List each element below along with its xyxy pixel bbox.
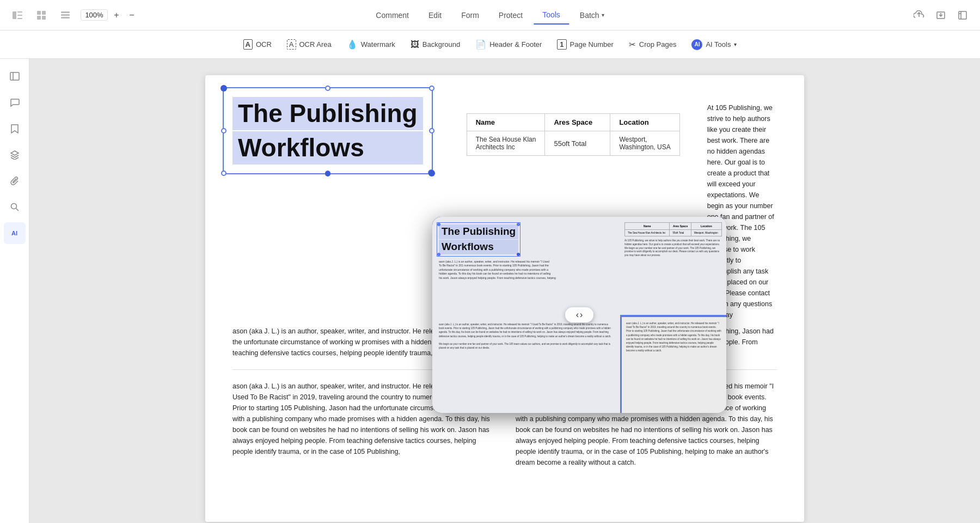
crop-icon: ✂ <box>629 40 636 50</box>
nav-prev-icon: ‹ <box>576 310 579 320</box>
table-cell-space: 55oft Total <box>545 131 610 156</box>
svg-rect-5 <box>42 11 46 15</box>
svg-rect-10 <box>61 17 70 19</box>
secondary-toolbar: A OCR A OCR Area 💧 Watermark 🖼 Backgroun… <box>0 31 980 59</box>
svg-rect-2 <box>17 15 22 16</box>
nav-batch[interactable]: Batch ▾ <box>571 7 613 24</box>
header-footer-tool-btn[interactable]: 📄 Header & Footer <box>469 36 548 53</box>
svg-rect-0 <box>13 11 16 19</box>
title-line1: The Publishing <box>232 97 423 130</box>
ai-tools-chevron-icon: ▾ <box>734 41 737 47</box>
zoom-value[interactable]: 100% <box>81 9 108 21</box>
sidebar-toggle-btn[interactable] <box>9 7 26 24</box>
sidebar-layers-btn[interactable] <box>4 144 26 166</box>
top-bar-left: 100% + − <box>9 7 138 24</box>
top-bar-right <box>910 7 971 24</box>
main-nav: Comment Edit Form Protect Tools Batch ▾ <box>367 6 612 25</box>
zoom-control: 100% + − <box>81 9 138 22</box>
info-table: Name Ares Space Location The Sea House K… <box>467 113 680 156</box>
ocr-icon: A <box>243 39 253 50</box>
title-line2: Workflows <box>232 131 423 165</box>
upload-cloud-btn[interactable] <box>910 7 928 24</box>
nav-comment[interactable]: Comment <box>367 7 418 24</box>
svg-rect-6 <box>37 16 41 20</box>
left-sidebar: AI <box>0 59 29 523</box>
page-number-tool-btn[interactable]: 1 Page Number <box>550 36 620 53</box>
nav-edit[interactable]: Edit <box>420 7 450 24</box>
table-cell-location: Westport,Washington, USA <box>610 131 679 156</box>
table-header-location: Location <box>610 114 679 131</box>
svg-line-16 <box>16 209 19 211</box>
ai-tools-icon: AI <box>691 39 702 50</box>
sidebar-comment-btn[interactable] <box>4 92 26 113</box>
batch-chevron-icon: ▾ <box>602 12 604 18</box>
background-icon: 🖼 <box>411 40 419 50</box>
table-header-name: Name <box>467 114 545 131</box>
nav-next-icon: › <box>580 310 583 320</box>
nav-protect[interactable]: Protect <box>490 7 531 24</box>
sidebar-search-btn[interactable] <box>4 196 26 218</box>
svg-rect-12 <box>959 11 966 19</box>
zoom-out-btn[interactable]: − <box>125 9 138 22</box>
document-title: The Publishing Workflows <box>232 97 423 165</box>
page-number-icon: 1 <box>557 39 566 50</box>
svg-rect-4 <box>37 11 41 15</box>
sidebar-attachment-btn[interactable] <box>4 170 26 192</box>
preview-nav-btn[interactable]: ‹ › <box>565 307 593 323</box>
svg-rect-9 <box>61 14 70 16</box>
preview-bottom-left-text: ason (aka J. L.) is an author, speaker, … <box>439 323 614 350</box>
watermark-tool-btn[interactable]: 💧 Watermark <box>340 36 402 53</box>
svg-rect-7 <box>42 16 46 20</box>
main-layout: AI <box>0 59 980 523</box>
top-bar: 100% + − Comment Edit Form Protect Tools… <box>0 0 980 31</box>
list-view-btn[interactable] <box>57 7 74 24</box>
background-tool-btn[interactable]: 🖼 Background <box>404 37 467 53</box>
preview-right-text: At 105 Publishing, we strive to help aut… <box>624 239 722 258</box>
preview-overlay: The Publishing Workflows ason (aka J. L.… <box>432 217 726 413</box>
preview-bottom-right-text: ason (aka J. L.) is an author, speaker, … <box>626 321 722 353</box>
svg-rect-1 <box>17 11 22 13</box>
sidebar-panel-btn[interactable] <box>4 65 26 87</box>
svg-rect-8 <box>61 11 70 13</box>
crop-pages-tool-btn[interactable]: ✂ Crop Pages <box>622 37 683 53</box>
svg-rect-13 <box>10 72 19 80</box>
nav-tools[interactable]: Tools <box>534 6 569 25</box>
table-cell-name: The Sea House KlanArchitects Inc <box>467 131 545 156</box>
ocr-tool-btn[interactable]: A OCR <box>237 36 278 53</box>
svg-rect-3 <box>17 18 22 19</box>
expand-btn[interactable] <box>954 7 971 24</box>
ocr-area-tool-btn[interactable]: A OCR Area <box>280 36 338 53</box>
svg-point-15 <box>11 204 16 209</box>
grid-view-btn[interactable] <box>33 7 50 24</box>
ai-tools-tool-btn[interactable]: AI AI Tools ▾ <box>685 36 743 53</box>
preview-body-text: ason (aka J. L.) is an author, speaker, … <box>439 260 614 281</box>
nav-form[interactable]: Form <box>452 7 488 24</box>
zoom-in-btn[interactable]: + <box>110 9 123 22</box>
content-area: The Publishing Workflows Name Ares Space… <box>29 59 980 523</box>
preview-inner: The Publishing Workflows ason (aka J. L.… <box>432 217 726 413</box>
ocr-area-icon: A <box>287 39 296 50</box>
sidebar-bookmark-btn[interactable] <box>4 118 26 139</box>
watermark-icon: 💧 <box>347 39 358 50</box>
table-header-space: Ares Space <box>545 114 610 131</box>
header-footer-icon: 📄 <box>475 39 486 50</box>
export-btn[interactable] <box>932 7 950 24</box>
sidebar-ai-btn[interactable]: AI <box>4 222 26 244</box>
